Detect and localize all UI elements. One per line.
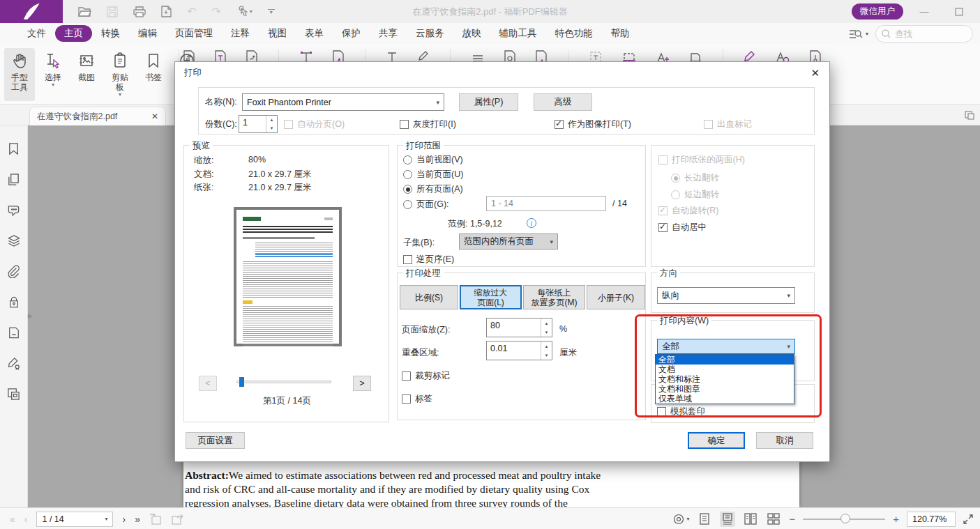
facing-continuous-view-icon[interactable] (766, 512, 781, 527)
booklet-tab[interactable]: 小册子(K) (587, 285, 645, 309)
menu-features[interactable]: 特色功能 (546, 25, 602, 42)
touch-mode-icon[interactable]: ▾ (236, 6, 252, 17)
fit-oversized-tab[interactable]: 缩放过大 页面(L) (460, 285, 522, 309)
tool-select[interactable]: 选择 ▾ (38, 48, 68, 101)
attachments-panel-icon[interactable] (7, 265, 20, 278)
zoom-slider[interactable] (803, 519, 885, 520)
stamps-panel-icon[interactable] (7, 388, 20, 401)
menu-form[interactable]: 表单 (296, 25, 333, 42)
preview-next-button[interactable]: > (353, 376, 371, 391)
both-sides-checkbox[interactable]: 打印纸张的两面(H) (658, 154, 745, 166)
auto-rotate-checkbox[interactable]: 自动旋转(R) (658, 205, 718, 217)
single-page-view-icon[interactable] (697, 512, 712, 527)
dropdown-option-document[interactable]: 文档 (656, 365, 794, 374)
overlap-spinner[interactable]: 0.01 ▲▼ (486, 341, 552, 360)
undo-icon[interactable]: ↶ (187, 5, 196, 18)
zoom-level-box[interactable]: 120.77% (907, 512, 956, 527)
app-logo[interactable] (0, 0, 63, 23)
tool-clipboard[interactable]: 剪贴板 ▾ (105, 48, 135, 101)
rotate-view-icon[interactable]: ▾ (673, 514, 689, 525)
dropdown-option-form-fields[interactable]: 仅表单域 (656, 394, 794, 404)
customize-toolbar-icon[interactable]: ▾ (268, 9, 275, 15)
redo-icon[interactable]: ↷ (211, 5, 220, 18)
destinations-panel-icon[interactable] (8, 326, 20, 339)
slider-handle[interactable] (239, 377, 244, 387)
menu-help[interactable]: 帮助 (602, 25, 639, 42)
dialog-close-icon[interactable]: ✕ (811, 67, 820, 79)
grayscale-checkbox[interactable]: 灰度打印(I) (400, 118, 456, 130)
menu-view[interactable]: 视图 (259, 25, 296, 42)
security-panel-icon[interactable] (8, 296, 20, 309)
first-page-icon[interactable]: « (10, 514, 15, 525)
cancel-button[interactable]: 取消 (756, 432, 813, 449)
spin-down-icon[interactable]: ▼ (266, 124, 277, 132)
menu-comment[interactable]: 注释 (222, 25, 259, 42)
collate-checkbox[interactable]: 自动分页(O) (284, 118, 345, 130)
radio-all-pages[interactable]: 所有页面(A) (403, 183, 463, 195)
open-file-icon[interactable] (78, 6, 91, 17)
crop-marks-checkbox[interactable]: 裁剪标记 (402, 370, 450, 382)
facing-view-icon[interactable] (743, 512, 758, 527)
previous-view-icon[interactable] (149, 514, 162, 525)
short-edge-radio[interactable]: 短边翻转 (671, 189, 719, 201)
page-scale-spinner[interactable]: 80 ▲▼ (486, 318, 552, 337)
search-box[interactable] (875, 25, 973, 43)
reverse-pages-checkbox[interactable]: 逆页序(E) (403, 254, 454, 266)
menu-edit[interactable]: 编辑 (129, 25, 166, 42)
spin-down-icon[interactable]: ▼ (541, 351, 552, 360)
menu-protect[interactable]: 保护 (333, 25, 370, 42)
radio-current-page[interactable]: 当前页面(U) (403, 169, 463, 181)
next-view-icon[interactable] (171, 514, 183, 525)
copies-spinner[interactable]: 1 ▲▼ (239, 115, 278, 133)
print-icon[interactable] (133, 6, 146, 17)
user-badge[interactable]: 微信用户 (852, 3, 903, 20)
print-content-select[interactable]: 全部▾ (657, 339, 795, 354)
menu-page-management[interactable]: 页面管理 (166, 25, 222, 42)
advanced-button[interactable]: 高级 (534, 93, 592, 111)
maximize-button[interactable] (945, 0, 973, 23)
bleed-marks-checkbox[interactable]: 出血标记 (704, 118, 752, 130)
bookmarks-panel-icon[interactable] (7, 142, 20, 155)
menu-file[interactable]: 文件 (18, 25, 55, 42)
dropdown-option-doc-stamps[interactable]: 文档和图章 (656, 384, 794, 394)
panel-toggle-icon[interactable] (965, 111, 974, 120)
simulate-overprint-checkbox[interactable]: 模拟套印 (657, 406, 705, 417)
panel-expand-handle[interactable]: ▶ (28, 308, 35, 323)
orientation-select[interactable]: 纵向▾ (657, 287, 795, 304)
spin-up-icon[interactable]: ▲ (541, 319, 552, 328)
search-options-icon[interactable]: ▾ (849, 29, 868, 40)
properties-button[interactable]: 属性(P) (459, 93, 518, 111)
tab-close-icon[interactable]: ✕ (151, 112, 158, 121)
comments-panel-icon[interactable] (7, 204, 21, 217)
save-icon[interactable] (107, 6, 118, 17)
tool-bookmark[interactable]: 书签 (138, 48, 169, 101)
ok-button[interactable]: 确定 (688, 432, 745, 449)
zoom-in-icon[interactable]: + (893, 513, 899, 525)
layers-panel-icon[interactable] (7, 234, 21, 247)
document-tab[interactable]: 在遵守饮食指南2.pdf ✕ (29, 107, 166, 125)
spin-up-icon[interactable]: ▲ (541, 342, 552, 351)
menu-home[interactable]: 主页 (55, 25, 92, 42)
radio-current-view[interactable]: 当前视图(V) (403, 154, 463, 166)
printer-name-select[interactable]: Foxit Phantom Printer▾ (242, 93, 444, 111)
page-number-box[interactable]: 1 / 14 ▾ (36, 512, 113, 527)
subset-select[interactable]: 范围内的所有页面▾ (459, 233, 558, 250)
menu-share[interactable]: 共享 (370, 25, 407, 42)
tool-hand[interactable]: 手型工具 (4, 48, 35, 101)
search-input[interactable] (895, 29, 958, 39)
zoom-out-icon[interactable]: − (789, 513, 795, 525)
continuous-view-icon[interactable] (720, 512, 735, 527)
menu-slideshow[interactable]: 放映 (453, 25, 490, 42)
scale-tab[interactable]: 比例(S) (400, 285, 458, 309)
pages-panel-icon[interactable] (7, 173, 20, 186)
multiple-per-sheet-tab[interactable]: 每张纸上 放置多页(M) (523, 285, 585, 309)
print-as-image-checkbox[interactable]: 作为图像打印(T) (555, 118, 631, 130)
radio-pages[interactable]: 页面(G): (403, 199, 449, 210)
page-setup-button[interactable]: 页面设置 (186, 432, 245, 449)
next-page-icon[interactable]: › (122, 514, 126, 525)
auto-center-checkbox[interactable]: 自动居中 (658, 222, 707, 233)
menu-cloud[interactable]: 云服务 (407, 25, 453, 42)
menu-convert[interactable]: 转换 (92, 25, 129, 42)
dropdown-option-doc-markups[interactable]: 文档和标注 (656, 374, 794, 384)
new-doc-icon[interactable] (161, 6, 172, 17)
